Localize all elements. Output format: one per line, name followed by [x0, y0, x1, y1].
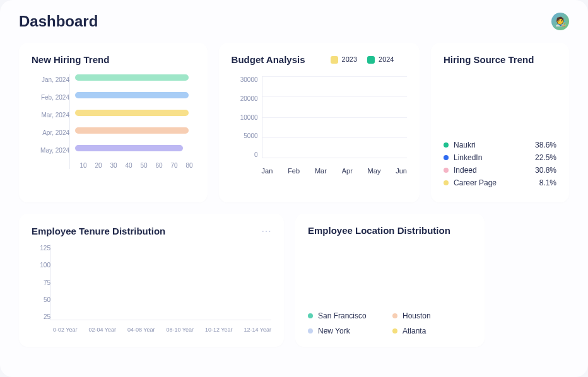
x-tick: 30 [109, 162, 118, 169]
dot-icon [444, 180, 449, 185]
y-tick: 30000 [232, 76, 258, 83]
dashboard-page: Dashboard 🧑‍🎨 New Hiring Trend Jan, 2024… [0, 0, 588, 377]
x-tick: 80 [185, 162, 194, 169]
source-item: Naukri 38.6% [444, 141, 556, 149]
budget-legend: 2023 2024 [331, 55, 394, 64]
tenure-plot-area [50, 245, 271, 320]
source-value: 30.8% [535, 166, 556, 175]
legend-item: 2024 [367, 55, 394, 64]
budget-grid [262, 76, 407, 158]
legend-item: New York [308, 327, 377, 335]
avatar[interactable]: 🧑‍🎨 [551, 13, 569, 30]
legend-label: San Francisco [318, 311, 367, 320]
legend-label: Atlanta [403, 327, 426, 335]
x-tick: 10 [79, 162, 88, 169]
dot-icon [308, 328, 313, 334]
source-item: Career Page 8.1% [444, 178, 556, 187]
x-tick: 50 [139, 162, 148, 169]
dot-icon [392, 313, 397, 318]
legend-swatch [367, 56, 375, 64]
card-budget-analysis: Budget Analysis 2023 2024 30000 20000 10… [219, 43, 420, 202]
budget-y-axis: 30000 20000 10000 5000 0 [232, 76, 262, 158]
source-item: LinkedIn 22.5% [444, 153, 556, 162]
card-title: Employee Tenure Distribution [32, 226, 165, 236]
dot-icon [444, 142, 449, 148]
bar [75, 110, 189, 116]
dot-icon [308, 313, 313, 318]
y-tick: 5000 [232, 132, 258, 139]
card-location: Employee Location Distribution San Franc… [295, 214, 485, 347]
card-title: New Hiring Trend [32, 54, 195, 65]
x-tick: 12-14 Year [244, 327, 271, 333]
source-item: Indeed 30.8% [444, 166, 556, 175]
page-title: Dashboard [19, 13, 98, 30]
y-tick: 20000 [232, 95, 258, 102]
x-tick: Mar [315, 167, 327, 175]
x-tick: 10-12 Year [205, 327, 233, 333]
source-value: 22.5% [535, 153, 556, 162]
legend-label: 2024 [379, 55, 394, 63]
bar [75, 92, 189, 98]
card-tenure: Employee Tenure Distribution ⋯ 125 100 7… [19, 214, 284, 347]
legend-label: New York [318, 327, 350, 335]
dot-icon [444, 168, 449, 173]
y-tick: 100 [32, 262, 50, 269]
x-tick: May [368, 167, 381, 175]
dot-icon [392, 328, 397, 334]
y-tick: Apr, 2024 [32, 129, 69, 136]
y-tick: May, 2024 [32, 147, 69, 153]
source-list: Naukri 38.6% LinkedIn 22.5% Indeed 30.8%… [444, 141, 556, 187]
y-tick: 125 [32, 245, 50, 252]
card-title: Hiring Source Trend [444, 54, 556, 65]
x-tick: 20 [94, 162, 103, 169]
legend-label: 2023 [342, 55, 357, 63]
y-tick: 0 [232, 151, 258, 158]
y-tick: 50 [32, 296, 50, 303]
y-tick: Jan, 2024 [32, 76, 69, 83]
header: Dashboard 🧑‍🎨 [19, 13, 569, 30]
y-tick: 75 [32, 279, 50, 286]
x-tick: 40 [124, 162, 133, 169]
budget-x-axis: Jan Feb Mar Apr May Jun [232, 167, 407, 175]
card-title: Budget Analysis [232, 54, 305, 65]
legend-item: Houston [392, 311, 462, 320]
x-tick: 04-08 Year [127, 327, 155, 333]
location-legend: San Francisco Houston New York Atlanta [308, 311, 472, 335]
x-tick: Jun [396, 167, 407, 175]
tenure-y-axis: 125 100 75 50 25 [32, 245, 50, 320]
hiring-trend-y-labels: Jan, 2024 Feb, 2024 Mar, 2024 Apr, 2024 … [32, 74, 69, 169]
x-tick: 02-04 Year [88, 327, 116, 333]
source-name-label: Career Page [454, 178, 497, 187]
dot-icon [444, 155, 449, 160]
tenure-x-axis: 0-02 Year 02-04 Year 04-08 Year 08-10 Ye… [32, 327, 271, 333]
legend-item: Atlanta [392, 327, 462, 335]
legend-swatch [331, 56, 338, 64]
x-tick: 60 [155, 162, 163, 169]
bar [75, 145, 183, 151]
y-tick: Feb, 2024 [32, 94, 69, 100]
y-tick: 25 [32, 313, 50, 320]
source-name-label: Indeed [454, 166, 477, 175]
legend-item: San Francisco [308, 311, 377, 320]
bar [75, 74, 189, 81]
x-tick: Feb [288, 167, 300, 175]
card-title: Employee Location Distribution [308, 225, 472, 236]
legend-item: 2023 [331, 55, 357, 64]
x-tick: Jan [262, 167, 273, 175]
legend-label: Houston [403, 311, 431, 320]
x-tick: Apr [342, 167, 353, 175]
x-tick: 70 [170, 162, 179, 169]
source-name-label: LinkedIn [454, 153, 482, 162]
x-tick: 08-10 Year [166, 327, 194, 333]
y-tick: Mar, 2024 [32, 112, 69, 118]
y-tick: 10000 [232, 114, 258, 121]
source-value: 38.6% [535, 141, 556, 149]
card-hiring-trend: New Hiring Trend Jan, 2024 Feb, 2024 Mar… [19, 43, 208, 202]
x-tick: 0-02 Year [53, 327, 78, 333]
hiring-trend-x-axis: 10 20 30 40 50 60 70 80 [75, 161, 195, 169]
bar [75, 127, 189, 134]
source-name-label: Naukri [454, 141, 476, 149]
more-icon[interactable]: ⋯ [261, 225, 271, 237]
card-hiring-source: Hiring Source Trend Naukri 38.6% LinkedI… [431, 43, 569, 202]
source-value: 8.1% [539, 178, 556, 187]
